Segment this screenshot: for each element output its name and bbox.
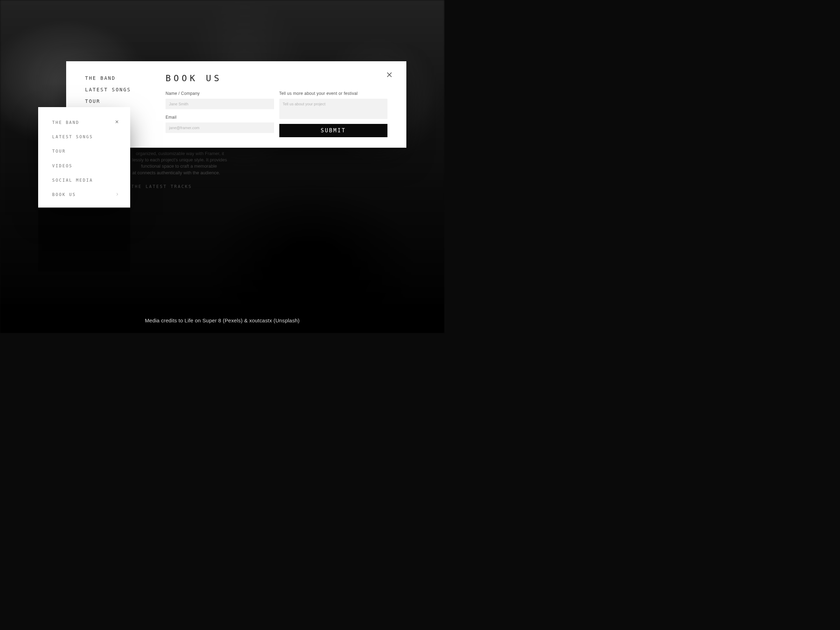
menu-item-the-band[interactable]: THE BAND [52,120,119,125]
book-us-title: BOOK US [166,73,387,83]
mobile-menu-modal: THE BAND LATEST SONGS TOUR VIDEOS SOCIAL… [38,107,130,208]
background-heading: THE LATEST TRACKS [131,184,192,189]
menu-item-videos[interactable]: VIDEOS [52,163,119,168]
email-label: Email [166,115,274,120]
menu-item-social-media[interactable]: SOCIAL MEDIA [52,178,119,183]
menu-label: TOUR [52,149,66,154]
media-credits: Media credits to Life on Super 8 (Pexels… [0,317,445,324]
chevron-right-icon [115,192,119,197]
email-input[interactable] [166,123,274,133]
menu-label: VIDEOS [52,163,73,168]
menu-label: BOOK US [52,192,76,197]
nav-tour[interactable]: TOUR [85,98,166,104]
name-company-label: Name / Company [166,91,274,96]
menu-item-tour[interactable]: TOUR [52,149,119,154]
menu-item-latest-songs[interactable]: LATEST SONGS [52,134,119,139]
event-label: Tell us more about your event or festiva… [279,91,388,96]
submit-button[interactable]: SUBMIT [279,124,388,137]
close-icon[interactable] [112,120,119,125]
menu-item-book-us[interactable]: BOOK US [52,192,119,197]
nav-the-band[interactable]: THE BAND [85,75,166,81]
menu-label: SOCIAL MEDIA [52,178,93,183]
close-icon[interactable] [386,71,393,80]
event-textarea[interactable] [279,99,388,119]
menu-label: THE BAND [52,120,79,125]
book-us-form-area: BOOK US Name / Company Email Tell us mor… [166,73,387,136]
nav-latest-songs[interactable]: LATEST SONGS [85,87,166,92]
name-company-input[interactable] [166,99,274,109]
menu-label: LATEST SONGS [52,134,93,139]
